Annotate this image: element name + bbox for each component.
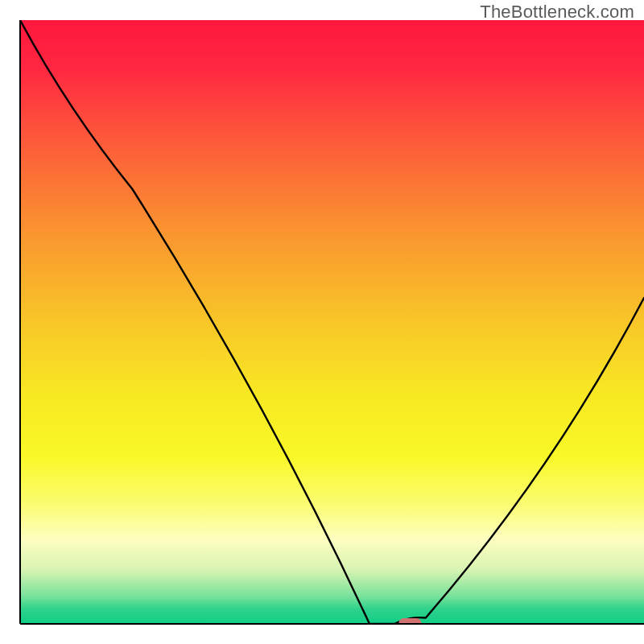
- bottleneck-chart: [0, 0, 644, 644]
- watermark-text: TheBottleneck.com: [480, 2, 634, 23]
- chart-frame: TheBottleneck.com: [0, 0, 644, 644]
- gradient-background: [20, 20, 644, 624]
